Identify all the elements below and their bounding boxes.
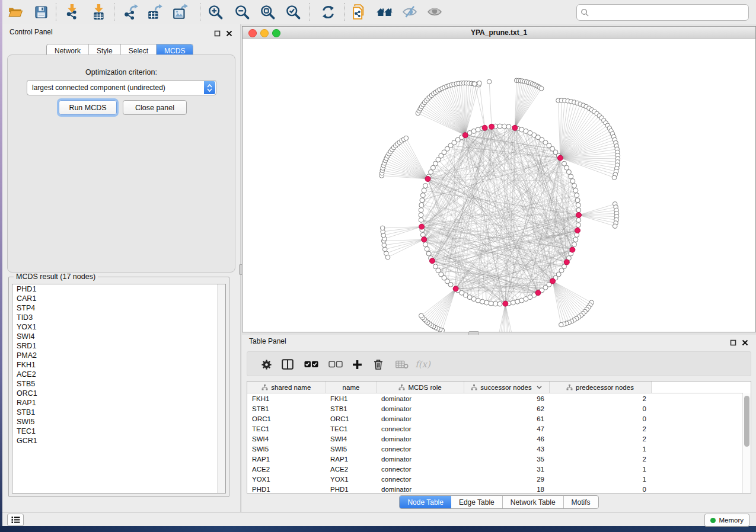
table-cell[interactable]: 1 [549,474,651,484]
share-document-button[interactable] [350,2,371,22]
add-column-button[interactable] [347,355,366,374]
table-cell[interactable]: connector [377,444,464,454]
table-cell[interactable]: connector [377,464,464,474]
table-cell[interactable]: SWI4 [247,434,326,444]
table-cell[interactable]: 47 [464,424,549,434]
table-scrollbar-thumb[interactable] [744,396,749,447]
zoom-out-button[interactable] [232,2,252,22]
table-row[interactable]: RAP1RAP1dominator352 [247,454,743,464]
table-cell[interactable]: dominator [377,414,464,424]
col-header-successor-nodes[interactable]: successor nodes [464,382,549,393]
mcds-result-item[interactable]: GCR1 [12,436,225,446]
table-cell[interactable]: TEC1 [326,424,377,434]
export-table-button[interactable] [145,2,165,22]
table-row[interactable]: SWI4SWI4dominator462 [247,434,743,444]
table-cell[interactable]: 29 [464,474,549,484]
table-cell[interactable]: FKH1 [326,393,377,404]
table-cell[interactable]: 18 [464,484,549,493]
table-cell[interactable]: dominator [377,454,464,464]
mcds-result-item[interactable]: PHD1 [12,284,225,294]
refresh-view-button[interactable] [318,2,338,22]
network-search-button[interactable] [375,2,395,22]
tab-network-table[interactable]: Network Table [503,496,564,508]
table-cell[interactable]: ORC1 [247,414,326,424]
table-cell[interactable]: ACE2 [247,464,326,474]
mcds-result-item[interactable]: YOX1 [12,322,225,332]
table-row[interactable]: STB1STB1dominator620 [247,403,743,414]
table-cell[interactable]: PHD1 [326,484,377,493]
close-panel-icon[interactable] [742,338,749,345]
table-cell[interactable]: dominator [377,484,464,493]
task-history-button[interactable] [7,514,24,526]
table-cell[interactable]: YOX1 [247,474,326,484]
mcds-result-item[interactable]: TID3 [12,313,225,322]
list-scrollbar[interactable] [217,284,225,493]
mcds-result-item[interactable]: ACE2 [12,370,225,379]
select-all-rows-button[interactable] [302,355,321,374]
hide-details-button[interactable] [400,2,420,22]
deselect-all-rows-button[interactable] [326,355,345,374]
col-header-predecessor-nodes[interactable]: predecessor nodes [549,382,651,393]
table-cell[interactable]: 0 [549,484,651,493]
table-row[interactable]: PHD1PHD1dominator180 [247,484,743,493]
table-cell[interactable]: 46 [464,434,549,444]
delete-column-button[interactable] [369,355,388,374]
table-cell[interactable]: 2 [549,454,651,464]
table-cell[interactable]: 43 [464,444,549,454]
mcds-result-item[interactable]: FKH1 [12,360,225,370]
table-cell[interactable]: YOX1 [326,474,377,484]
table-row[interactable]: TEC1TEC1connector472 [247,424,743,434]
table-row[interactable]: SWI5SWI5connector431 [247,444,743,454]
save-session-button[interactable] [31,2,51,22]
mcds-result-item[interactable]: STB1 [12,408,225,417]
show-columns-button[interactable] [278,355,297,374]
mcds-result-item[interactable]: RAP1 [12,398,225,408]
table-cell[interactable]: 0 [549,414,651,424]
zoom-in-button[interactable] [205,2,225,22]
optimization-criterion-select[interactable]: largest connected component (undirected) [27,80,216,95]
table-cell[interactable]: 1 [549,444,651,454]
table-cell[interactable]: 2 [549,434,651,444]
table-cell[interactable]: 61 [464,414,549,424]
table-cell[interactable]: ACE2 [326,464,377,474]
mcds-result-item[interactable]: TEC1 [12,427,225,436]
table-cell[interactable]: connector [377,424,464,434]
table-row[interactable]: ACE2ACE2connector311 [247,464,743,474]
table-cell[interactable]: dominator [377,403,464,414]
table-scrollbar[interactable] [742,393,751,493]
table-row[interactable]: ORC1ORC1dominator610 [247,414,743,424]
table-row[interactable]: YOX1YOX1connector291 [247,474,743,484]
table-cell[interactable]: 31 [464,464,549,474]
tab-edge-table[interactable]: Edge Table [451,496,503,508]
export-image-button[interactable] [170,2,190,22]
table-cell[interactable]: 2 [549,424,651,434]
network-canvas[interactable] [243,39,756,333]
search-input[interactable] [589,6,748,19]
close-panel-icon[interactable] [226,28,233,36]
table-cell[interactable]: 1 [549,464,651,474]
mcds-result-item[interactable]: SWI4 [12,332,225,341]
table-cell[interactable]: FKH1 [247,393,326,404]
mcds-result-item[interactable]: SWI5 [12,417,225,427]
table-cell[interactable]: STB1 [326,403,377,414]
table-cell[interactable]: 2 [549,393,651,404]
close-panel-button[interactable]: Close panel [123,100,187,115]
zoom-selected-button[interactable] [283,2,303,22]
table-cell[interactable]: ORC1 [326,414,377,424]
table-cell[interactable]: STB1 [247,403,326,414]
tab-motifs[interactable]: Motifs [564,496,598,508]
table-settings-button[interactable] [257,355,276,374]
import-table-button[interactable] [89,2,109,22]
table-cell[interactable]: 62 [464,403,549,414]
network-frame-titlebar[interactable]: YPA_prune.txt_1 [243,27,755,39]
table-cell[interactable]: RAP1 [247,454,326,464]
table-cell[interactable]: SWI4 [326,434,377,444]
table-cell[interactable]: SWI5 [326,444,377,454]
float-panel-icon[interactable] [730,338,737,345]
mcds-result-item[interactable]: SRD1 [12,341,225,351]
table-cell[interactable]: dominator [377,434,464,444]
table-cell[interactable]: TEC1 [247,424,326,434]
table-row[interactable]: FKH1FKH1dominator962 [247,393,743,404]
open-file-button[interactable] [5,2,25,22]
zoom-fit-button[interactable] [257,2,277,22]
